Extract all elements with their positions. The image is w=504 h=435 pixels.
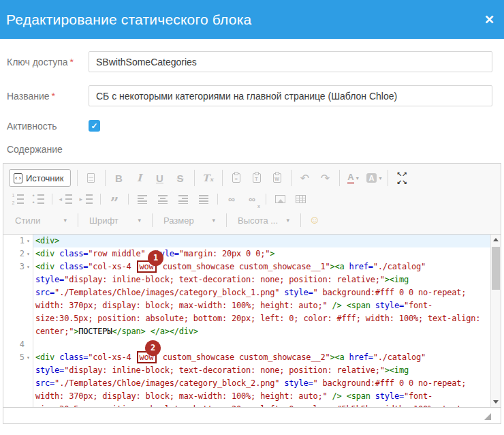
toolbar-separator bbox=[300, 213, 301, 227]
redo-icon[interactable]: ↷ bbox=[318, 170, 333, 186]
toolbar-separator bbox=[226, 213, 227, 227]
fold-arrow-icon[interactable]: ▾ bbox=[25, 351, 32, 364]
editor-toolbar: ‹›ИсточникBIUSTₓ≡TW↶↷A▾A▾↖↗↙↘”∞∞Стили▾Шр… bbox=[3, 164, 501, 235]
remove-format-icon[interactable]: Tₓ bbox=[201, 170, 216, 186]
italic-icon[interactable]: I bbox=[132, 170, 147, 186]
numbered-list-icon[interactable] bbox=[10, 191, 25, 207]
code-text[interactable]: <div> bbox=[33, 235, 501, 247]
line-number: 4 bbox=[20, 338, 25, 351]
toolbar-separator bbox=[217, 194, 218, 205]
link-icon[interactable]: ∞ bbox=[224, 191, 239, 207]
chevron-down-icon: ▾ bbox=[286, 217, 289, 224]
paste-icon: ≡ bbox=[232, 173, 240, 183]
maximize-icon[interactable]: ↖↗↙↘ bbox=[394, 170, 409, 186]
styles-dropdown[interactable]: Стили▾ bbox=[10, 212, 72, 228]
image-icon[interactable] bbox=[272, 191, 287, 207]
undo-icon[interactable]: ↶ bbox=[298, 170, 313, 186]
paste-from-word-icon[interactable]: W bbox=[270, 170, 285, 186]
outdent-icon[interactable] bbox=[59, 191, 74, 207]
font-dropdown-label: Шрифт bbox=[89, 215, 119, 226]
toolbar-separator bbox=[100, 194, 101, 205]
text-color-icon[interactable]: A▾ bbox=[346, 170, 361, 186]
chevron-down-icon: ▾ bbox=[356, 175, 359, 181]
chevron-down-icon: ▾ bbox=[138, 217, 141, 224]
paste-icon[interactable]: ≡ bbox=[229, 170, 244, 186]
fold-arrow-icon[interactable]: ▾ bbox=[25, 235, 32, 247]
fold-arrow-icon[interactable]: ▾ bbox=[25, 247, 32, 260]
size-dropdown-label: Размер bbox=[163, 215, 194, 226]
toolbar-row-3: Стили▾Шрифт▾Размер▾Высота ...▾☺ bbox=[7, 209, 497, 232]
code-text[interactable]: <div class="col-xs-4 wow custom_showcase… bbox=[33, 260, 501, 338]
required-mark: * bbox=[70, 57, 74, 68]
close-icon[interactable]: ✕ bbox=[484, 14, 494, 26]
modal-header: Редактирование статического блока ✕ bbox=[0, 0, 504, 39]
code-text[interactable]: <div class="row middle" style="margin: 2… bbox=[33, 247, 501, 260]
styles-dropdown-label: Стили bbox=[15, 215, 40, 226]
align-right-icon bbox=[178, 195, 188, 204]
source-button-label: Источник bbox=[26, 173, 64, 183]
templates-icon[interactable] bbox=[84, 170, 99, 186]
align-right-icon[interactable] bbox=[176, 191, 191, 207]
align-center-icon[interactable] bbox=[155, 191, 170, 207]
name-label: Название* bbox=[7, 85, 89, 106]
code-line-4: 4 bbox=[3, 338, 501, 351]
maximize-arrow: ↖ bbox=[396, 171, 402, 177]
unlink-icon[interactable]: ∞ bbox=[245, 191, 259, 207]
name-input[interactable] bbox=[89, 85, 492, 106]
indent-icon bbox=[81, 194, 93, 204]
background-color-icon[interactable]: A▾ bbox=[366, 170, 382, 186]
font-dropdown[interactable]: Шрифт▾ bbox=[84, 212, 146, 228]
scroll-up-icon[interactable] bbox=[491, 235, 501, 245]
numbered-list-icon bbox=[12, 194, 24, 204]
justify-icon[interactable] bbox=[196, 191, 211, 207]
annotation-badge-1: 1 bbox=[148, 250, 163, 266]
activity-checkbox[interactable]: ✓ bbox=[89, 120, 100, 132]
paste-from-word-icon: W bbox=[273, 173, 281, 183]
background-color-icon: A bbox=[366, 173, 377, 183]
scrollbar-thumb[interactable] bbox=[492, 247, 500, 290]
code-editor[interactable]: 1▾<div>2▾<div class="row middle" style="… bbox=[3, 235, 501, 407]
code-line-2: 2▾<div class="row middle" style="margin:… bbox=[3, 247, 501, 260]
toolbar-row-2: ”∞∞ bbox=[7, 190, 497, 209]
table-icon[interactable] bbox=[293, 191, 308, 207]
resize-handle[interactable] bbox=[484, 413, 491, 420]
bullet-list-icon[interactable] bbox=[31, 191, 46, 207]
source-button[interactable]: ‹›Источник bbox=[9, 169, 71, 187]
content-label: Содержание bbox=[7, 144, 89, 155]
source-code-icon: ‹› bbox=[14, 173, 22, 183]
size-dropdown[interactable]: Размер▾ bbox=[159, 212, 220, 228]
gutter: 1▾ bbox=[3, 235, 33, 247]
toolbar-separator bbox=[78, 213, 78, 227]
toolbar-separator bbox=[222, 170, 223, 186]
image-icon bbox=[275, 195, 285, 203]
chevron-down-icon: ▾ bbox=[212, 217, 215, 224]
scroll-down-icon[interactable] bbox=[491, 397, 501, 407]
code-text[interactable]: <div class="col-xs-4 wow custom_showcase… bbox=[33, 351, 501, 407]
bullet-list-icon bbox=[33, 194, 44, 204]
paste-as-text-icon[interactable]: T bbox=[249, 170, 264, 186]
indent-icon[interactable] bbox=[79, 191, 94, 207]
blockquote-icon[interactable]: ” bbox=[107, 191, 122, 207]
toolbar-separator bbox=[339, 170, 340, 186]
name-row: Название* bbox=[7, 85, 492, 106]
access-key-input[interactable] bbox=[89, 51, 492, 72]
fold-arrow-icon[interactable]: ▾ bbox=[25, 260, 32, 273]
activity-row: Активность ✓ bbox=[7, 120, 492, 132]
gutter: 5▾ bbox=[3, 351, 33, 407]
rich-text-editor: ‹›ИсточникBIUSTₓ≡TW↶↷A▾A▾↖↗↙↘”∞∞Стили▾Шр… bbox=[3, 163, 501, 424]
line-height-dropdown[interactable]: Высота ...▾ bbox=[233, 212, 294, 228]
line-number: 5 bbox=[20, 351, 25, 364]
strikethrough-icon[interactable]: S bbox=[173, 170, 188, 186]
align-left-icon[interactable] bbox=[135, 191, 150, 207]
code-lines: 1▾<div>2▾<div class="row middle" style="… bbox=[3, 235, 501, 407]
chevron-down-icon: ▾ bbox=[63, 217, 67, 224]
toolbar-separator bbox=[266, 194, 266, 205]
smiley-icon[interactable]: ☺ bbox=[307, 212, 322, 228]
activity-label: Активность bbox=[7, 121, 89, 132]
checkmark-icon: ✓ bbox=[91, 122, 97, 130]
code-scrollbar[interactable] bbox=[490, 235, 501, 407]
bold-icon[interactable]: B bbox=[112, 170, 127, 186]
code-text[interactable] bbox=[33, 338, 501, 351]
underline-icon[interactable]: U bbox=[153, 170, 168, 186]
maximize-arrow: ↙ bbox=[396, 179, 402, 185]
